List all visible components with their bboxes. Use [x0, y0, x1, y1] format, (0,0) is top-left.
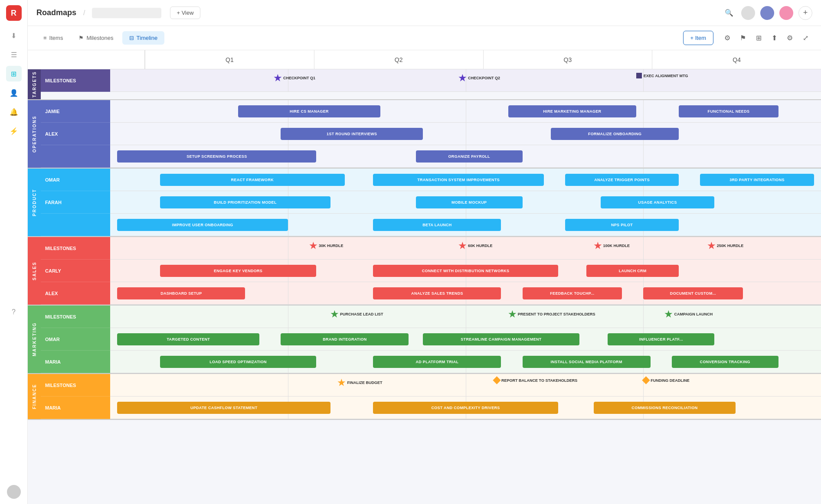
bar-finance-1-2[interactable]: COMMISSIONS RECONCILIATION	[594, 402, 736, 414]
bar-operations-0-2[interactable]: FUNCTIONAL NEEDS	[679, 105, 778, 117]
diamond-icon	[642, 376, 650, 384]
bars-row-operations-1: 1ST ROUND INTERVIEWSFORMALIZE ONBOARDING	[110, 123, 821, 145]
bar-product-1-2[interactable]: USAGE ANALYTICS	[601, 196, 714, 208]
bar-marketing-1-2[interactable]: STREAMLINE CAMPAIGN MANAGEMENT	[423, 333, 579, 345]
bars-row-sales-2: DASHBOARD SETUPANALYZE SALES TRENDSFEEDB…	[110, 282, 821, 305]
bar-finance-1-0[interactable]: UPDATE CASHFLOW STATEMENT	[117, 402, 330, 414]
bar-marketing-1-1[interactable]: BRAND INTEGRATION	[281, 333, 409, 345]
bar-sales-2-1[interactable]: ANALYZE SALES TRENDS	[373, 287, 501, 299]
section-sales: SALESMILESTONESCARLYALEX★30K HURDLE★60K …	[28, 237, 821, 306]
breadcrumb[interactable]	[92, 8, 161, 18]
bar-marketing-1-0[interactable]: TARGETED CONTENT	[117, 333, 259, 345]
add-view-button[interactable]: + View	[170, 7, 200, 19]
sidebar-icon-timeline[interactable]: ⊞	[6, 66, 22, 81]
star-icon: ★	[337, 377, 345, 388]
section-label-finance: FINANCE	[28, 374, 41, 419]
bar-product-0-0[interactable]: REACT FRAMEWORK	[160, 174, 345, 186]
bar-sales-2-2[interactable]: FEEDBACK TOUCHP...	[523, 287, 622, 299]
bar-marketing-2-2[interactable]: INSTALL SOCIAL MEDIA PLATFORM	[523, 356, 651, 368]
bars-row-operations-0: HIRE CS MANAGERHIRE MARKETING MANAGERFUN…	[110, 100, 821, 123]
group-icon[interactable]: ⊞	[752, 31, 765, 45]
export-icon[interactable]: ⬆	[767, 31, 781, 45]
tab-milestones[interactable]: ⚑ Milestones	[72, 31, 120, 45]
bars-area-operations: HIRE CS MANAGERHIRE MARKETING MANAGERFUN…	[110, 100, 821, 168]
star-icon: ★	[594, 241, 602, 251]
avatar-1[interactable]	[741, 6, 755, 20]
bar-product-0-1[interactable]: TRANSACTION SYSTEM IMPROVEMENTS	[373, 174, 543, 186]
bar-operations-2-0[interactable]: SETUP SCREENING PROCESS	[117, 150, 316, 163]
row-name-marketing-0: MILESTONES	[41, 306, 110, 328]
bar-operations-0-0[interactable]: HIRE CS MANAGER	[238, 105, 380, 117]
milestone-marketing-0-2: ★CAMPAIGN LAUNCH	[664, 309, 713, 319]
bars-area-finance: ★FINALIZE BUDGETREPORT BALANCE TO STAKEH…	[110, 374, 821, 419]
bars-row-finance-0: ★FINALIZE BUDGETREPORT BALANCE TO STAKEH…	[110, 374, 821, 397]
bars-area-sales: ★30K HURDLE★60K HURDLE★100K HURDLE★250K …	[110, 237, 821, 305]
bar-operations-1-1[interactable]: FORMALIZE ONBOARDING	[551, 128, 679, 140]
sidebar-icon-help[interactable]: ?	[6, 304, 22, 320]
app-logo[interactable]: R	[6, 5, 22, 21]
milestone-label: PURCHASE LEAD LIST	[340, 312, 383, 316]
tab-timeline[interactable]: ⊟ Timeline	[122, 31, 165, 45]
bar-operations-0-1[interactable]: HIRE MARKETING MANAGER	[508, 105, 636, 117]
add-item-button[interactable]: + Item	[683, 31, 714, 45]
bar-marketing-2-1[interactable]: AD PLATFORM TRIAL	[373, 356, 501, 368]
bar-finance-1-1[interactable]: COST AND COMPLEXITY DRIVERS	[373, 402, 558, 414]
avatar-2[interactable]	[760, 6, 774, 20]
bar-marketing-1-3[interactable]: INFLUENCER PLATF...	[608, 333, 714, 345]
row-name-operations-1: ALEX	[41, 123, 110, 145]
expand-icon[interactable]: ⤢	[798, 31, 812, 45]
bar-operations-1-0[interactable]: 1ST ROUND INTERVIEWS	[281, 128, 423, 140]
milestone-sales-0-2: ★100K HURDLE	[594, 241, 630, 251]
sidebar-icon-list[interactable]: ☰	[6, 47, 22, 62]
settings-icon[interactable]: ⚙	[783, 31, 797, 45]
diamond-icon	[493, 376, 500, 384]
row-name-product-1: FARAH	[41, 191, 110, 214]
bars-row-marketing-0: ★PURCHASE LEAD LIST★PRESENT TO PROJECT S…	[110, 306, 821, 328]
add-member-button[interactable]: +	[798, 6, 812, 20]
quarter-q3: Q3	[483, 50, 652, 69]
bar-product-2-2[interactable]: NPS PILOT	[565, 219, 679, 231]
sidebar-icon-download[interactable]: ⬇	[6, 28, 22, 43]
bar-sales-1-0[interactable]: ENGAGE KEY VENDORS	[160, 265, 317, 277]
names-col-sales: MILESTONESCARLYALEX	[41, 237, 110, 305]
logo-letter: R	[11, 9, 16, 18]
toolbar: ≡ Items ⚑ Milestones ⊟ Timeline + Item ⚙…	[28, 26, 821, 50]
bar-product-1-1[interactable]: MOBILE MOCKUP	[416, 196, 523, 208]
section-label-marketing: MARKETING	[28, 306, 41, 373]
bars-area-targets: ★CHECKPOINT Q1★CHECKPOINT Q2EXEC ALIGNME…	[110, 69, 821, 99]
bar-product-2-0[interactable]: IMPROVE USER ONBOARDING	[117, 219, 288, 231]
milestone-targets-0-1: ★CHECKPOINT Q2	[458, 73, 500, 83]
bar-operations-2-1[interactable]: ORGANIZE PAYROLL	[416, 150, 523, 163]
flag-icon[interactable]: ⚑	[736, 31, 750, 45]
section-finance: FINANCEMILESTONESMARIA★FINALIZE BUDGETRE…	[28, 374, 821, 420]
bar-sales-2-0[interactable]: DASHBOARD SETUP	[117, 287, 245, 299]
bars-row-sales-1: ENGAGE KEY VENDORSCONNECT WITH DISTRIBUT…	[110, 260, 821, 282]
sidebar-icon-person[interactable]: 👤	[6, 85, 22, 101]
bar-product-2-1[interactable]: BETA LAUNCH	[373, 219, 501, 231]
section-label-operations: OPERATIONS	[28, 100, 41, 168]
bar-sales-1-1[interactable]: CONNECT WITH DISTRIBUTION NETWORKS	[373, 265, 558, 277]
bar-product-0-2[interactable]: ANALYZE TRIGGER POINTS	[565, 174, 679, 186]
tab-items[interactable]: ≡ Items	[36, 31, 70, 45]
milestone-label: EXEC ALIGNMENT MTG	[644, 74, 688, 78]
filter-icon[interactable]: ⚙	[720, 31, 734, 45]
sidebar-avatar[interactable]	[7, 485, 21, 499]
sidebar-icon-lightning[interactable]: ⚡	[6, 123, 22, 139]
bar-marketing-2-3[interactable]: CONVERSION TRACKING	[672, 356, 778, 368]
milestone-label: 100K HURDLE	[603, 244, 630, 248]
section-product: PRODUCTOMARFARAHREACT FRAMEWORKTRANSACTI…	[28, 169, 821, 237]
row-name-targets-0: MILESTONES	[41, 69, 110, 92]
search-icon[interactable]: 🔍	[722, 6, 736, 20]
bar-product-0-3[interactable]: 3RD PARTY INTEGRATIONS	[700, 174, 814, 186]
sidebar-icon-bell[interactable]: 🔔	[6, 104, 22, 120]
bar-product-1-0[interactable]: BUILD PRIORITIZATION MODEL	[160, 196, 330, 208]
timeline-body: TARGETSMILESTONES★CHECKPOINT Q1★CHECKPOI…	[28, 69, 821, 504]
bar-marketing-2-0[interactable]: LOAD SPEED OPTIMIZATION	[160, 356, 317, 368]
milestone-label: PRESENT TO PROJECT STAKEHOLDERS	[518, 312, 595, 316]
bar-sales-1-2[interactable]: LAUNCH CRM	[586, 265, 679, 277]
milestone-sales-0-3: ★250K HURDLE	[707, 241, 744, 251]
bar-sales-2-3[interactable]: DOCUMENT CUSTOM...	[643, 287, 742, 299]
milestone-label: 30K HURDLE	[319, 244, 343, 248]
milestone-label: 60K HURDLE	[468, 244, 493, 248]
avatar-3[interactable]	[779, 6, 793, 20]
